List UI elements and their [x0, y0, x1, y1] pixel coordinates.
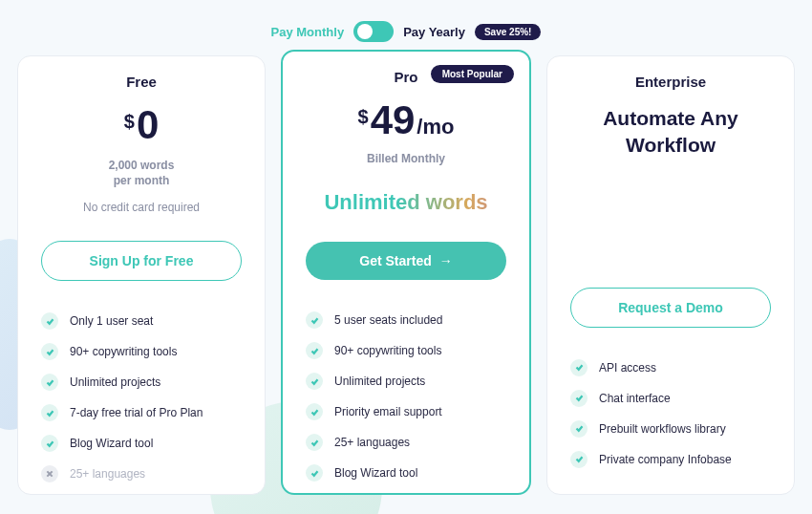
- x-icon: [41, 465, 58, 482]
- feature-item: 5 user seats included: [306, 305, 506, 335]
- feature-text: Private company Infobase: [599, 453, 732, 466]
- check-icon: [41, 404, 58, 421]
- save-badge: Save 25%!: [475, 24, 541, 40]
- plan-card-pro: Most Popular Pro $ 49 /mo Billed Monthly…: [281, 50, 531, 495]
- button-label: Request a Demo: [618, 300, 723, 315]
- feature-item: Only 1 user seat: [41, 306, 242, 336]
- check-icon: [570, 420, 588, 438]
- check-icon: [306, 464, 323, 482]
- request-demo-button[interactable]: Request a Demo: [570, 288, 771, 328]
- check-icon: [41, 374, 58, 391]
- feature-text: Only 1 user seat: [70, 314, 153, 328]
- feature-item: 90+ copywriting tools: [41, 336, 242, 367]
- check-icon: [41, 343, 58, 360]
- feature-text: Unlimited projects: [334, 375, 425, 388]
- spacer: [570, 160, 771, 261]
- feature-text: 25+ languages: [334, 436, 410, 449]
- feature-text: 5 user seats included: [334, 313, 442, 327]
- check-icon: [306, 373, 323, 390]
- feature-text: Chat interface: [599, 392, 671, 405]
- billing-note: Billed Monthly: [306, 152, 506, 165]
- button-label: Get Started: [359, 253, 431, 268]
- no-card-note: No credit card required: [41, 201, 242, 214]
- billing-toggle[interactable]: [353, 21, 394, 42]
- feature-item: Chat interface: [570, 383, 771, 414]
- feature-item: 25+ languages: [306, 427, 506, 458]
- check-icon: [570, 451, 588, 468]
- check-icon: [306, 311, 323, 329]
- feature-list: API accessChat interfacePrebuilt workflo…: [570, 353, 771, 475]
- unlimited-words: Unlimited words: [306, 190, 506, 215]
- headline: Automate Any Workflow: [570, 105, 771, 160]
- feature-item: Prebuilt workflows library: [570, 414, 771, 444]
- feature-text: API access: [599, 361, 656, 375]
- headline-line: Automate Any: [603, 107, 738, 129]
- feature-text: Blog Wizard tool: [334, 466, 417, 480]
- plan-name: Free: [41, 74, 242, 90]
- feature-text: Priority email support: [334, 405, 442, 418]
- feature-item: Access to newest features: [41, 489, 242, 495]
- feature-item: Access to newest features: [306, 488, 506, 495]
- get-started-button[interactable]: Get Started →: [306, 242, 506, 280]
- toggle-yearly-label[interactable]: Pay Yearly: [403, 25, 465, 39]
- check-icon: [570, 390, 588, 407]
- feature-item: Private company Infobase: [570, 444, 771, 475]
- button-label: Sign Up for Free: [90, 253, 194, 268]
- per-month: /mo: [417, 115, 454, 139]
- price: $ 49 /mo: [306, 100, 506, 140]
- feature-text: Blog Wizard tool: [70, 437, 153, 450]
- feature-item: Unlimited projects: [306, 366, 506, 396]
- feature-item: API access: [570, 353, 771, 383]
- feature-item: 7-day free trial of Pro Plan: [41, 397, 242, 428]
- feature-text: 7-day free trial of Pro Plan: [70, 406, 203, 419]
- plan-card-free: Free $ 0 2,000 words per month No credit…: [17, 55, 266, 495]
- card-header: Most Popular Pro $ 49 /mo Billed Monthly…: [306, 69, 506, 215]
- headline-line: Workflow: [626, 134, 716, 156]
- check-icon: [41, 312, 58, 330]
- card-header: Free $ 0 2,000 words per month No credit…: [41, 74, 242, 214]
- feature-item: Unlimited projects: [41, 367, 242, 397]
- feature-item: Blog Wizard tool: [306, 458, 506, 488]
- check-icon: [306, 342, 323, 359]
- feature-item: Blog Wizard tool: [41, 428, 242, 459]
- arrow-icon: →: [439, 253, 453, 268]
- feature-item: Priority email support: [306, 396, 506, 427]
- card-header: Enterprise Automate Any Workflow: [570, 74, 771, 261]
- amount: 49: [371, 100, 416, 140]
- check-icon: [306, 434, 323, 451]
- feature-text: Unlimited projects: [70, 375, 160, 389]
- toggle-monthly-label[interactable]: Pay Monthly: [271, 25, 345, 39]
- feature-list: 5 user seats included90+ copywriting too…: [306, 305, 506, 495]
- check-icon: [41, 435, 58, 452]
- plan-name: Enterprise: [570, 74, 771, 90]
- feature-item: 25+ languages: [41, 459, 242, 489]
- pricing-cards: Free $ 0 2,000 words per month No credit…: [0, 55, 812, 495]
- price: $ 0: [41, 105, 242, 145]
- plan-card-enterprise: Enterprise Automate Any Workflow Request…: [546, 55, 795, 495]
- feature-list: Only 1 user seat90+ copywriting toolsUnl…: [41, 306, 242, 495]
- billing-toggle-row: Pay Monthly Pay Yearly Save 25%!: [0, 0, 812, 55]
- currency: $: [358, 106, 369, 128]
- check-icon: [570, 359, 588, 376]
- check-icon: [306, 403, 323, 420]
- feature-text: Prebuilt workflows library: [599, 422, 726, 436]
- words-limit: 2,000 words: [41, 159, 242, 172]
- currency: $: [124, 111, 135, 133]
- words-unit: per month: [41, 174, 242, 187]
- toggle-knob: [357, 24, 373, 39]
- feature-text: 25+ languages: [70, 467, 145, 481]
- popular-badge: Most Popular: [431, 65, 514, 83]
- feature-item: 90+ copywriting tools: [306, 335, 506, 366]
- signup-free-button[interactable]: Sign Up for Free: [41, 241, 242, 281]
- feature-text: 90+ copywriting tools: [334, 344, 441, 357]
- feature-text: 90+ copywriting tools: [70, 345, 177, 358]
- amount: 0: [137, 105, 159, 145]
